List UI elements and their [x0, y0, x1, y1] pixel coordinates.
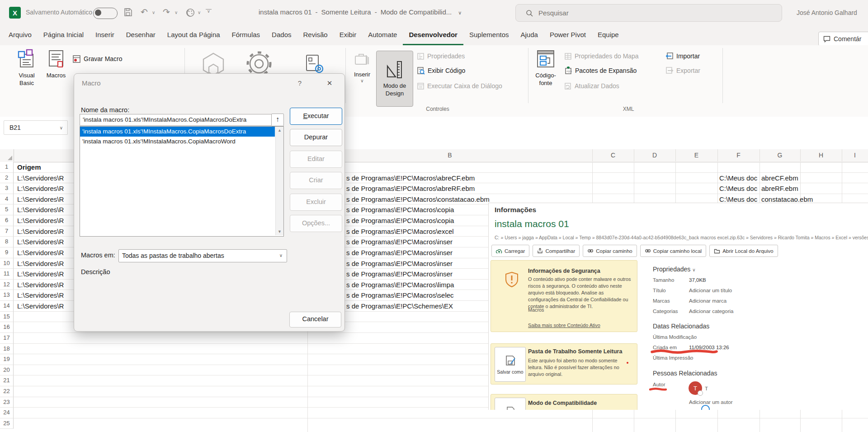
refresh-data-button[interactable]: Atualizar Dados: [564, 81, 619, 91]
export-button[interactable]: Exportar: [665, 65, 700, 76]
create-button[interactable]: Criar: [290, 172, 342, 189]
tab-revisão[interactable]: Revisão: [297, 25, 333, 45]
row-header-16[interactable]: 16: [0, 322, 14, 333]
grid-cell[interactable]: L:\Servidores\R: [17, 215, 64, 226]
row-header-25[interactable]: 25: [0, 418, 14, 429]
grid-cell[interactable]: s de Programas\E!PC\Macros\copia: [346, 215, 454, 226]
grid-cell[interactable]: s de Programas\E!PC\Macros\inser: [346, 237, 453, 247]
row-header-15[interactable]: 15: [0, 312, 14, 323]
column-header-F[interactable]: F: [717, 149, 760, 161]
record-macro-button[interactable]: Gravar Macro: [72, 53, 123, 64]
row-header-10[interactable]: 10: [0, 258, 14, 269]
grid-cell[interactable]: s de Programas\E!PC\Macros\constatacao.e…: [346, 194, 490, 205]
delete-button[interactable]: Excluir: [290, 194, 342, 211]
grid-cell[interactable]: abreRF.ebm: [761, 183, 798, 194]
macros-in-select[interactable]: Todas as pastas de trabalho abertas ∨: [118, 249, 287, 262]
grid-cell[interactable]: s de Programas\E!PC\Macros\inser: [346, 258, 453, 269]
row-header-8[interactable]: 8: [0, 237, 14, 247]
grid-cell[interactable]: s de Programas\E!PC\Macros\limpa: [346, 280, 454, 290]
run-button[interactable]: Executar: [290, 108, 342, 125]
map-properties-button[interactable]: Propriedades do Mapa: [564, 51, 639, 62]
active-content-link[interactable]: Saiba mais sobre Conteúdo Ativo: [528, 322, 632, 329]
insert-control-button[interactable]: Inserir ∨: [350, 51, 374, 83]
macros-button[interactable]: Macros: [43, 49, 69, 79]
view-code-button[interactable]: Exibir Código: [417, 65, 465, 76]
row-header-22[interactable]: 22: [0, 386, 14, 397]
dialog-help-button[interactable]: ?: [295, 79, 305, 87]
copy-local-path-button[interactable]: Copiar caminho local: [640, 245, 706, 257]
macro-list-item[interactable]: 'instala macros 01.xls'!MInstalaMacros.C…: [80, 127, 275, 137]
palette-icon[interactable]: [185, 8, 195, 18]
column-header-I[interactable]: I: [842, 149, 868, 161]
grid-cell[interactable]: L:\Servidores\R: [17, 290, 64, 301]
row-header-11[interactable]: 11: [0, 269, 14, 280]
tab-power-pivot[interactable]: Power Pivot: [544, 25, 592, 45]
row-header-9[interactable]: 9: [0, 247, 14, 258]
collapse-up-icon[interactable]: ↑: [271, 114, 284, 126]
undo-icon[interactable]: ↶: [141, 6, 148, 18]
excel-app-icon[interactable]: X: [9, 7, 21, 19]
macro-list-item[interactable]: 'instala macros 01.xls'!MInstalaMacros.C…: [80, 137, 275, 147]
row-header-23[interactable]: 23: [0, 397, 14, 408]
close-icon[interactable]: ✕: [324, 79, 335, 87]
tab-equipe[interactable]: Equipe: [592, 25, 625, 45]
tab-dados[interactable]: Dados: [266, 25, 297, 45]
column-header-G[interactable]: G: [760, 149, 801, 161]
save-icon[interactable]: [123, 7, 133, 17]
source-button[interactable]: Código-fonte: [532, 49, 560, 87]
design-mode-button[interactable]: Modo de Design: [376, 51, 413, 107]
tab-fórmulas[interactable]: Fórmulas: [226, 25, 266, 45]
row-header-13[interactable]: 13: [0, 290, 14, 301]
redo-icon[interactable]: ↷: [163, 6, 170, 18]
edit-button[interactable]: Editar: [290, 151, 342, 168]
row-header-2[interactable]: 2: [0, 173, 14, 184]
toolbar-overflow-icon[interactable]: ∨: [206, 9, 212, 13]
grid-cell[interactable]: abreCF.ebm: [761, 173, 798, 184]
grid-cell[interactable]: L:\Servidores\R: [17, 204, 64, 215]
autosave-toggle[interactable]: [93, 8, 118, 19]
tab-desenhar[interactable]: Desenhar: [120, 25, 161, 45]
grid-cell[interactable]: L:\Servidores\R: [17, 226, 64, 237]
grid-cell[interactable]: s de Programas\E!PC\Macros\selec: [346, 290, 454, 301]
grid-cell[interactable]: L:\Servidores\R: [17, 301, 64, 312]
grid-cell[interactable]: s de Programas\E!PC\Macros\inser: [346, 247, 453, 258]
grid-cell[interactable]: C:\Meus doc: [719, 173, 759, 184]
row-header-14[interactable]: 14: [0, 301, 14, 312]
row-header-18[interactable]: 18: [0, 344, 14, 355]
cancel-button[interactable]: Cancelar: [289, 312, 341, 328]
macro-name-input[interactable]: 'instala macros 01.xls'!MInstalaMacros.C…: [80, 114, 273, 126]
properties-heading[interactable]: Propriedades ∨: [653, 266, 696, 273]
grid-cell[interactable]: C:\Meus doc: [719, 183, 759, 194]
add-author[interactable]: Adicionar um autor: [689, 399, 733, 405]
grid-cell[interactable]: L:\Servidores\R: [17, 173, 64, 184]
tab-desenvolvedor[interactable]: Desenvolvedor: [403, 25, 463, 45]
column-header-D[interactable]: D: [634, 149, 676, 161]
expansion-packs-button[interactable]: <o> Pacotes de Expansão: [564, 65, 637, 76]
grid-cell[interactable]: Origem: [17, 162, 41, 173]
row-header-5[interactable]: 5: [0, 204, 14, 215]
scroll-down-icon[interactable]: ▼: [276, 229, 283, 234]
upload-button[interactable]: Carregar: [491, 245, 529, 257]
convert-button[interactable]: X: [495, 398, 526, 410]
grid-cell[interactable]: L:\Servidores\R: [17, 247, 64, 258]
document-title[interactable]: instala macros 01-Somente Leitura-Modo d…: [259, 8, 462, 16]
tab-página-inicial[interactable]: Página Inicial: [38, 25, 90, 45]
tags-value[interactable]: Adicionar marca: [689, 298, 726, 304]
row-header-6[interactable]: 6: [0, 215, 14, 226]
open-file-location-button[interactable]: Abrir Local do Arquivo: [709, 245, 778, 257]
tab-automate[interactable]: Automate: [362, 25, 403, 45]
grid-cell[interactable]: s de Programas\E!PC\Macros\abreCF.ebm: [346, 173, 475, 184]
column-header-H[interactable]: H: [800, 149, 842, 161]
author-avatar[interactable]: T: [689, 381, 702, 395]
run-dialog-button[interactable]: Executar Caixa de Diálogo: [417, 81, 502, 91]
properties-button[interactable]: Propriedades: [417, 51, 465, 62]
tab-ajuda[interactable]: Ajuda: [515, 25, 544, 45]
redo-chevron-icon[interactable]: ∨: [175, 10, 178, 15]
macro-list[interactable]: 'instala macros 01.xls'!MInstalaMacros.C…: [80, 126, 284, 237]
row-header-1[interactable]: 1: [0, 162, 14, 173]
save-as-button[interactable]: Salvar como: [495, 347, 526, 382]
grid-cell[interactable]: L:\Servidores\R: [17, 183, 64, 194]
debug-button[interactable]: Depurar: [290, 129, 342, 146]
copy-path-button[interactable]: Copiar caminho: [583, 245, 637, 257]
tab-layout-da-página[interactable]: Layout da Página: [161, 25, 226, 45]
